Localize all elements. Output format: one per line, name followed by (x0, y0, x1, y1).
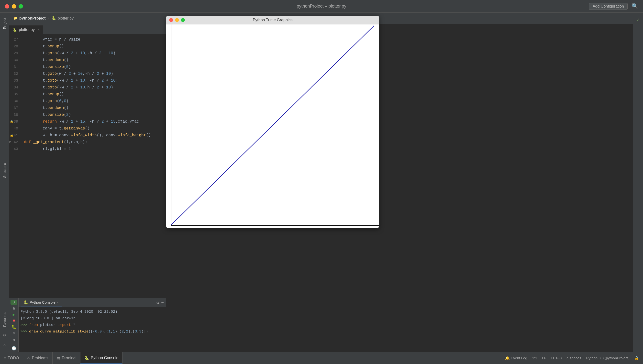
turtle-titlebar: Python Turtle Graphics (166, 16, 379, 24)
clock-button[interactable]: 🕐 (11, 345, 17, 352)
event-log-icon: 🔔 (505, 356, 510, 360)
code-line: 37 t.pendown() (9, 104, 166, 112)
breadcrumb-file[interactable]: plotter.py (58, 16, 74, 20)
sidebar-item-project[interactable]: Project (2, 15, 8, 32)
code-content: t.goto(-w / 2 + 10,-h / 2 + 10) (22, 50, 166, 57)
infinity-button[interactable]: ∞ (11, 331, 17, 335)
code-line: ⊡ 42 def _get_gradient(l,r,n,h): (9, 139, 166, 146)
gear-icon[interactable]: ⚙ (2, 331, 7, 339)
console-panel: 🐍 Python Console × ⚙ − Python 3.8.5 (def… (19, 298, 166, 352)
line-number: 34 (9, 84, 22, 91)
editor-tab-bar: 🐍 plotter.py × (9, 24, 166, 34)
file-icon: 🐍 (52, 16, 56, 20)
print-button[interactable]: 🖨 (11, 306, 17, 311)
python-console-label: Python Console (30, 300, 56, 304)
python-console-icon: 🐍 (24, 300, 28, 305)
right-sidebar: ✓ (633, 13, 643, 352)
console-input-line: from plotter import * (29, 322, 75, 328)
code-line: 35 t.penup() (9, 91, 166, 98)
stop-button[interactable]: ■ (11, 318, 17, 323)
tab-close-button[interactable]: × (38, 28, 40, 32)
bottom-bar: ≡ TODO ⚠ Problems ▤ Terminal 🐍 Python Co… (0, 352, 643, 364)
code-line: 36 t.goto(0,0) (9, 98, 166, 104)
console-prompt: >>> (21, 329, 27, 335)
code-editor[interactable]: 27 yfac = h / ysize 28 t.penup() 29 t.go… (9, 34, 166, 310)
add-configuration-button[interactable]: Add Configuration (589, 3, 627, 10)
console-settings-icon[interactable]: ⚙ (156, 300, 159, 305)
python-version[interactable]: Python 3.8 (pythonProject) (586, 356, 629, 360)
close-button[interactable] (5, 4, 9, 8)
bottom-bar-right: 🔔 Event Log 1:1 LF UTF-8 4 spaces Python… (505, 356, 643, 360)
line-number: 31 (9, 64, 22, 70)
search-icon[interactable]: 🔍 (631, 3, 638, 10)
code-line: 38 t.pensize(2) (9, 112, 166, 118)
maximize-button[interactable] (19, 4, 23, 8)
code-content: r1,g1,b1 = l (22, 146, 166, 152)
code-content: return -w / 2 + 15, -h / 2 + 15,xfac,yfa… (22, 118, 166, 125)
python-console-tab-label: Python Console (91, 356, 118, 360)
sidebar-item-favorites[interactable]: Favorites (2, 309, 8, 329)
problems-label: Problems (32, 356, 48, 360)
star-icon[interactable]: ☆ (2, 341, 7, 349)
title-bar-right: Add Configuration 🔍 (589, 3, 638, 10)
bug-button[interactable]: 🐛 (11, 324, 17, 329)
minimize-button[interactable] (12, 4, 16, 8)
code-line: 29 t.goto(-w / 2 + 10,-h / 2 + 10) (9, 50, 166, 57)
terminal-tab[interactable]: ▤ Terminal (53, 352, 80, 364)
console-output: Python 3.8.5 (default, Sep 4 2020, 02:22… (21, 309, 117, 315)
code-content: def _get_gradient(l,r,n,h): (22, 139, 166, 146)
svg-line-0 (171, 26, 374, 225)
turtle-window-controls[interactable] (169, 18, 185, 22)
code-content: t.pendown() (22, 104, 166, 112)
event-log-link[interactable]: 🔔 Event Log (505, 356, 527, 360)
turtle-close-button[interactable] (169, 18, 173, 22)
line-number: 30 (9, 57, 22, 64)
sidebar-item-structure[interactable]: Structure (2, 160, 8, 180)
problems-icon: ⚠ (27, 356, 30, 360)
line-number: 28 (9, 43, 22, 50)
play-button[interactable]: ▶ (11, 312, 17, 317)
event-log-label: Event Log (511, 356, 527, 360)
title-bar: pythonProject – plotter.py Add Configura… (0, 0, 643, 13)
code-content: t.penup() (22, 91, 166, 98)
console-line: [Clang 10.0.0 ] on darwin (21, 316, 164, 322)
file-tab-plotter[interactable]: 🐍 plotter.py × (9, 25, 43, 34)
python-console-bottom-tab[interactable]: 🐍 Python Console (80, 352, 123, 364)
breadcrumb-separator: › (48, 16, 50, 20)
problems-tab[interactable]: ⚠ Problems (23, 352, 53, 364)
breadcrumb-project[interactable]: pythonProject (19, 16, 46, 20)
tab-filename: plotter.py (19, 28, 35, 32)
console-close-button[interactable]: × (57, 301, 59, 304)
line-number: 32 (9, 70, 22, 78)
code-content: t.pensize(2) (22, 112, 166, 118)
turtle-maximize-button[interactable] (181, 18, 185, 22)
code-content: t.penup() (22, 43, 166, 50)
turtle-graphics-window: Python Turtle Graphics (166, 16, 379, 228)
console-line: >>> from plotter import * (21, 322, 164, 328)
turtle-window-title: Python Turtle Graphics (253, 18, 293, 22)
todo-icon: ≡ (4, 356, 6, 360)
line-number: 33 (9, 78, 22, 84)
lock-icon: 🔒 (10, 118, 14, 125)
run-console-button[interactable]: ↺ (11, 300, 17, 305)
line-number: 27 (9, 36, 22, 43)
folder-icon: 📁 (13, 16, 17, 20)
console-tab-bar: 🐍 Python Console × ⚙ − (19, 298, 166, 307)
indent: 4 spaces (566, 356, 581, 360)
code-line: 30 t.pendown() (9, 57, 166, 64)
line-number: ⊡ 42 (9, 139, 22, 146)
turtle-minimize-button[interactable] (175, 18, 179, 22)
console-line: >>> draw_curve_matplotlib_style([(0,0),(… (21, 329, 164, 335)
charset: UTF-8 (551, 356, 562, 360)
console-action-panel: ↺ 🖨 ▶ ■ 🐛 ∞ ⚙ 🕐 + (9, 298, 19, 352)
python-console-tab[interactable]: 🐍 Python Console × (21, 298, 62, 307)
settings-button[interactable]: ⚙ (11, 337, 17, 344)
console-minimize-icon[interactable]: − (161, 300, 164, 305)
line-number: 36 (9, 98, 22, 105)
todo-tab[interactable]: ≡ TODO (0, 352, 23, 364)
line-number: 35 (9, 91, 22, 98)
lock-icon: 🔒 (10, 132, 14, 139)
console-content: Python 3.8.5 (default, Sep 4 2020, 02:22… (19, 307, 166, 337)
window-controls[interactable] (5, 4, 23, 8)
terminal-icon: ▤ (57, 356, 60, 360)
